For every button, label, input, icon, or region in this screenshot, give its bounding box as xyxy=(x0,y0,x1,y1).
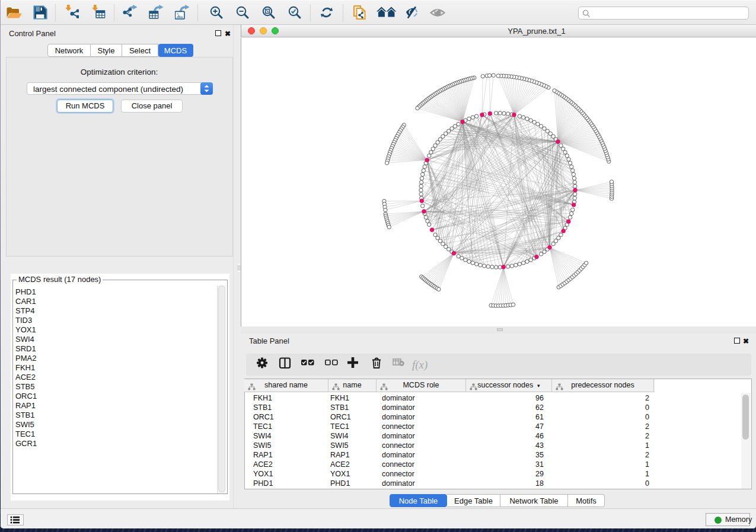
svg-text:f(x): f(x) xyxy=(412,358,428,371)
